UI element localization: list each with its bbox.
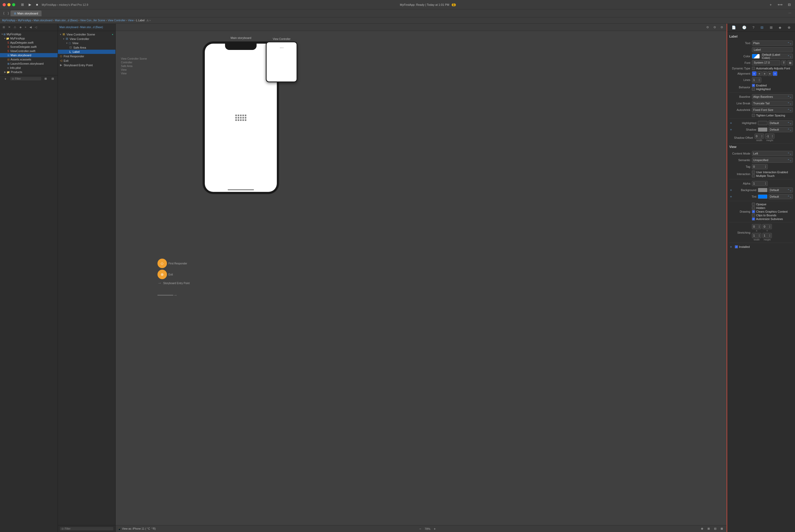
- autoshrink-select[interactable]: Fixed Font Size ⌃⌄: [752, 107, 793, 113]
- stretch-w-field[interactable]: 1 ▲▼: [752, 233, 761, 238]
- down[interactable]: ▼: [761, 136, 763, 138]
- plus-tint[interactable]: ＋: [729, 194, 733, 199]
- editor-toggle[interactable]: ⟺: [776, 2, 784, 7]
- clears-checkbox[interactable]: [752, 210, 755, 213]
- hidden-checkbox[interactable]: [752, 206, 755, 209]
- add-group[interactable]: ⊟: [50, 76, 55, 81]
- bc-4[interactable]: Main.stor...d (Base): [55, 19, 78, 22]
- tree-item-appdelegate[interactable]: S AppDelegate.swift: [0, 40, 58, 45]
- canvas-control-1[interactable]: ⊙: [705, 25, 711, 30]
- zoom-fit[interactable]: ⊞: [706, 526, 712, 531]
- exit-item[interactable]: ⊗ Exit: [157, 270, 190, 279]
- tree-item-products[interactable]: ▶ 📁 Products: [0, 70, 58, 74]
- plus-background[interactable]: ＋: [729, 188, 733, 192]
- inspector-attributes[interactable]: ⊟: [759, 25, 765, 30]
- plus-shadow[interactable]: ＋: [729, 127, 733, 132]
- bc-1[interactable]: MyFirstApp: [2, 19, 16, 22]
- multiple-touch-checkbox[interactable]: [752, 174, 755, 177]
- tree-item-assets[interactable]: ⊟ Assets.xcassets: [0, 57, 58, 61]
- shadow-height-field[interactable]: -1 ▲▼: [765, 134, 775, 139]
- bc-7[interactable]: View: [128, 19, 134, 22]
- align-justify[interactable]: ≡: [768, 71, 772, 76]
- semantic-select[interactable]: Unspecified ⌃⌄: [752, 157, 793, 163]
- nav-vcs[interactable]: ◀: [29, 25, 33, 30]
- dynamic-type-checkbox[interactable]: [752, 67, 755, 70]
- add-button[interactable]: ＋: [768, 2, 774, 8]
- nav-fwd[interactable]: ✕: [7, 25, 12, 30]
- storyboard-entry-item[interactable]: → Storyboard Entry Point: [157, 281, 190, 285]
- inspector-file[interactable]: 📄: [730, 25, 737, 30]
- zoom-extra[interactable]: ⊠: [719, 526, 724, 531]
- text-type-select[interactable]: Plain ⌃⌄: [752, 40, 793, 46]
- align-right[interactable]: ≡: [762, 71, 767, 76]
- nav-back[interactable]: ⊞: [2, 25, 6, 30]
- nav-bookmark[interactable]: ◈: [18, 25, 23, 30]
- filter-input[interactable]: ⊙ Filter: [10, 77, 41, 80]
- tint-swatch[interactable]: [758, 194, 768, 199]
- nav-right[interactable]: ⟩: [6, 11, 10, 16]
- bc-mainstory[interactable]: Main.storyboard: [59, 26, 78, 28]
- main-storyboard-tab[interactable]: ⊞ Main.storyboard: [11, 11, 41, 16]
- first-responder-item[interactable]: ◇ First Responder: [157, 259, 190, 268]
- nav-warning[interactable]: ⚠: [13, 25, 17, 30]
- baseline-select[interactable]: Align Baselines ⌃⌄: [752, 94, 793, 99]
- layout-toggle[interactable]: ⊟: [786, 2, 792, 7]
- vc-panel[interactable]: • • •: [266, 41, 297, 82]
- outline-safearea[interactable]: ⊡ Safe Area: [58, 45, 115, 50]
- tag-field[interactable]: 0 ▲▼: [752, 164, 768, 169]
- nav-find[interactable]: ⌖: [24, 25, 27, 30]
- background-select[interactable]: Default ⌃⌄: [769, 187, 793, 193]
- inspector-size[interactable]: ⊞: [769, 25, 774, 30]
- zoom-in[interactable]: ＋: [431, 526, 438, 532]
- font-picker[interactable]: T: [781, 60, 786, 65]
- zoom-out[interactable]: －: [417, 526, 423, 532]
- tree-item-folder[interactable]: ▾ 📁 MyFirstApp: [0, 36, 58, 40]
- enabled-checkbox[interactable]: [752, 84, 755, 87]
- shadow-select[interactable]: Default ⌃⌄: [769, 127, 793, 132]
- canvas-control-3[interactable]: ⊙: [719, 25, 724, 30]
- view-as-label[interactable]: 📱 View as: iPhone 11 (⌃C ⌃R): [118, 527, 156, 530]
- highlighted-checkbox[interactable]: [752, 88, 755, 91]
- color-select[interactable]: Default (Label Color) ⌃⌄: [761, 54, 793, 59]
- nav-history[interactable]: ◁: [34, 25, 38, 30]
- nav-left[interactable]: ⟨: [2, 11, 5, 16]
- bc-3[interactable]: Main.storyboard: [34, 19, 53, 22]
- canvas-main[interactable]: View Controller Scene Controller Safe Ar…: [116, 31, 727, 525]
- align-left[interactable]: ≡: [752, 71, 757, 76]
- tint-select[interactable]: Default ⌃⌄: [769, 194, 793, 199]
- inspector-connections[interactable]: ◈: [777, 25, 783, 30]
- lines-field[interactable]: 1 ▲ ▼: [752, 77, 761, 82]
- tree-item-infoplist[interactable]: ≡ Info.plist: [0, 66, 58, 70]
- font-size-up[interactable]: ⊞: [788, 60, 793, 65]
- outline-exit[interactable]: ◁ Exit: [58, 58, 115, 63]
- background-swatch[interactable]: [758, 188, 768, 192]
- bc-6[interactable]: View Controller: [108, 19, 126, 22]
- linebreak-select[interactable]: Truncate Tail ⌃⌄: [752, 101, 793, 106]
- inspector-history[interactable]: 🕐: [741, 25, 748, 30]
- tree-item-launchscreen[interactable]: ⊞ LaunchScreen.storyboard: [0, 61, 58, 66]
- view-toggle[interactable]: ⊞: [43, 76, 49, 81]
- color-well[interactable]: [752, 54, 760, 59]
- autoresize-checkbox[interactable]: [752, 217, 755, 221]
- add-file[interactable]: ＋: [2, 76, 9, 82]
- tree-item-scenedelegate[interactable]: S SceneDelegate.swift: [0, 45, 58, 49]
- alpha-field[interactable]: 1 ▲▼: [752, 181, 768, 186]
- highlighted-color-swatch[interactable]: [758, 121, 768, 125]
- outline-filter[interactable]: ⊙ Filter: [60, 527, 113, 530]
- outline-entry[interactable]: ▶ Storyboard Entry Point: [58, 63, 115, 67]
- close-button[interactable]: [3, 3, 6, 6]
- fullscreen-button[interactable]: [12, 3, 15, 6]
- tree-item-viewcontroller[interactable]: S ViewController.swift: [0, 49, 58, 53]
- tree-item-mainstoryboard[interactable]: ⊞ Main.storyboard: [0, 53, 58, 57]
- bc-2[interactable]: MyFirstApp: [18, 19, 31, 22]
- align-center[interactable]: ≡: [757, 71, 762, 76]
- stop-button[interactable]: ■: [34, 2, 40, 7]
- play-button[interactable]: ▶: [27, 2, 33, 7]
- tree-item-project[interactable]: ▾ ⊞ MyFirstApp: [0, 32, 58, 36]
- outline-view[interactable]: ▾ □ View: [58, 41, 115, 45]
- down[interactable]: ▼: [772, 136, 773, 138]
- zoom-actual[interactable]: ⊟: [713, 526, 718, 531]
- content-mode-select[interactable]: Left ⌃⌄: [752, 151, 793, 156]
- clips-checkbox[interactable]: [752, 214, 755, 217]
- filter-icon[interactable]: ⋯: [787, 11, 793, 16]
